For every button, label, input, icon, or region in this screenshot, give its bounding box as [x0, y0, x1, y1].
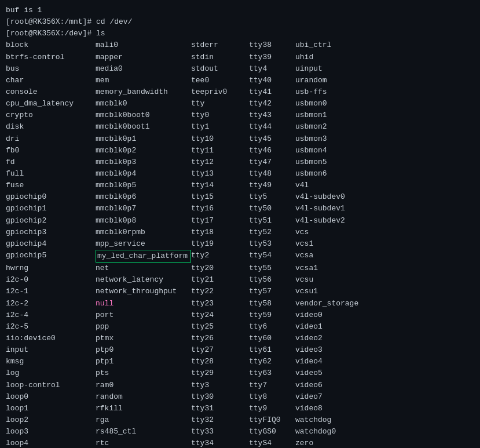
ls-cell: ttyFIQ0 — [249, 414, 295, 426]
ls-cell: i2c-2 — [6, 298, 96, 309]
ls-cell: video2 — [295, 333, 362, 344]
ls-cell: mmcblk0boot1 — [96, 121, 191, 133]
ls-cell: tty45 — [249, 133, 295, 145]
ls-cell: loop1 — [6, 403, 96, 414]
ls-cell: gpiochip2 — [6, 215, 96, 227]
ls-cell: usbmon5 — [295, 156, 362, 168]
ls-cell: tty5 — [249, 191, 295, 203]
ls-cell: usbmon4 — [295, 145, 362, 156]
ls-cell: tty41 — [249, 86, 295, 98]
ls-cell: console — [6, 86, 96, 98]
ls-cell: null — [96, 298, 191, 309]
ls-cell: v4l-subdev0 — [295, 191, 362, 203]
ls-cell: tty57 — [249, 286, 295, 297]
ls-cell: tty48 — [249, 168, 295, 180]
ls-cell: pts — [96, 367, 191, 379]
ls-cell: tty39 — [249, 52, 295, 63]
ls-cell: uhid — [295, 52, 362, 63]
ls-cell: loop2 — [6, 414, 96, 426]
ls-cell: tty34 — [191, 438, 249, 448]
ls-cell: tty55 — [249, 263, 295, 274]
ls-cell: kmsg — [6, 356, 96, 367]
ls-cell: hwrng — [6, 263, 96, 274]
ls-cell: mmcblk0p5 — [96, 180, 191, 191]
ls-cell: loop-control — [6, 380, 96, 391]
ls-cell: tty47 — [249, 156, 295, 168]
ls-cell: tty59 — [249, 309, 295, 321]
ls-cell: tty9 — [249, 403, 295, 414]
ls-cell: tty18 — [191, 227, 249, 238]
ls-cell: mmcblk0p2 — [96, 145, 191, 156]
ls-cell: rs485_ctl — [96, 426, 191, 438]
line-cd: [root@RK356X:/mnt]# cd /dev/ — [6, 16, 474, 28]
ls-cell: gpiochip1 — [6, 203, 96, 214]
ls-cell: fd — [6, 156, 96, 168]
ls-cell: mmcblk0 — [96, 98, 191, 110]
ls-cell: vcs1 — [295, 238, 362, 250]
ls-cell: tty22 — [191, 286, 249, 297]
ls-cell: stdin — [191, 52, 249, 63]
ls-cell: mmcblk0p8 — [96, 215, 191, 227]
ls-cell: fuse — [6, 180, 96, 191]
ls-cell: tty38 — [249, 39, 295, 51]
ls-cell: loop0 — [6, 391, 96, 403]
ls-cell: zero — [295, 438, 362, 448]
ls-cell: tty44 — [249, 121, 295, 133]
ls-cell: v4l-subdev2 — [295, 215, 362, 227]
ls-cell: tty1 — [191, 121, 249, 133]
ls-cell: tty49 — [249, 180, 295, 191]
terminal-window: buf is 1 [root@RK356X:/mnt]# cd /dev/ [r… — [0, 0, 480, 448]
ls-cell: ubi_ctrl — [295, 39, 362, 51]
ls-cell: ptp1 — [96, 356, 191, 367]
ls-cell: video7 — [295, 391, 362, 403]
ls-cell: tty30 — [191, 391, 249, 403]
ls-cell: loop3 — [6, 426, 96, 438]
ls-cell: tty32 — [191, 414, 249, 426]
ls-cell: tty2 — [191, 250, 249, 263]
ls-cell: tty50 — [249, 203, 295, 214]
ls-cell: vcsu1 — [295, 286, 362, 297]
ls-cell: stdout — [191, 63, 249, 75]
ls-cell: ptmx — [96, 333, 191, 344]
ls-cell: teepriv0 — [191, 86, 249, 98]
ls-cell: char — [6, 75, 96, 86]
ls-cell: block — [6, 39, 96, 51]
ls-cell: usbmon1 — [295, 110, 362, 121]
ls-cell: video8 — [295, 403, 362, 414]
ls-cell: my_led_char_platform — [96, 250, 191, 263]
ls-cell: tty21 — [191, 274, 249, 286]
ls-cell: tty27 — [191, 344, 249, 356]
ls-cell: tty62 — [249, 356, 295, 367]
ls-cell: tty60 — [249, 333, 295, 344]
ls-cell: tty15 — [191, 191, 249, 203]
ls-cell: bus — [6, 63, 96, 75]
ls-cell: usbmon2 — [295, 121, 362, 133]
ls-cell: tty31 — [191, 403, 249, 414]
ls-cell: tty7 — [249, 380, 295, 391]
ls-cell: mmcblk0p1 — [96, 133, 191, 145]
ls-cell: tty28 — [191, 356, 249, 367]
ls-cell: v4l — [295, 180, 362, 191]
ls-cell: disk — [6, 121, 96, 133]
ls-cell: tty52 — [249, 227, 295, 238]
ls-cell: usb-ffs — [295, 86, 362, 98]
ls-cell: gpiochip3 — [6, 227, 96, 238]
ls-cell: vcsu — [295, 274, 362, 286]
ls-cell: usbmon3 — [295, 133, 362, 145]
ls-cell: crypto — [6, 110, 96, 121]
ls-cell: tty53 — [249, 238, 295, 250]
ls-cell: btrfs-control — [6, 52, 96, 63]
ls-cell: ptp0 — [96, 344, 191, 356]
ls-cell: i2c-5 — [6, 321, 96, 333]
ls-cell: rga — [96, 414, 191, 426]
ls-cell: usbmon0 — [295, 98, 362, 110]
ls-cell: tty14 — [191, 180, 249, 191]
prompt-cd: [root@RK356X:/mnt]# cd /dev/ — [6, 16, 132, 28]
ls-cell: i2c-4 — [6, 309, 96, 321]
ls-cell: tty17 — [191, 215, 249, 227]
ls-cell: tty4 — [249, 63, 295, 75]
ls-cell: tty16 — [191, 203, 249, 214]
ls-cell: tty46 — [249, 145, 295, 156]
ls-cell: mali0 — [96, 39, 191, 51]
ls-cell: video1 — [295, 321, 362, 333]
